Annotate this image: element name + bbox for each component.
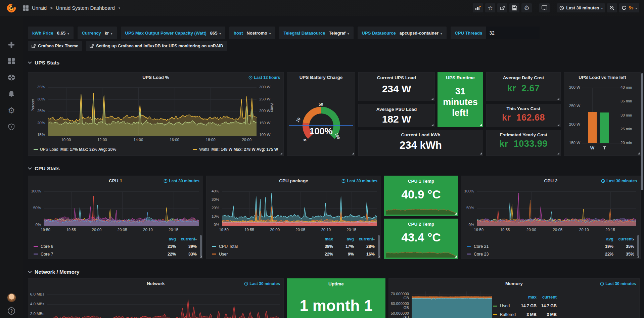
variable-ups-max-output[interactable]: UPS Max Output Power Capacity (Watt) 865 xyxy=(121,27,225,39)
link-grafana-influxdb-ups-guide[interactable]: Setting up Grafana and InfluxDB for UPS … xyxy=(86,41,227,51)
bar-T xyxy=(600,112,609,143)
section-ups-stats[interactable]: UPS Stats xyxy=(28,60,640,66)
section-cpu-stats[interactable]: CPU Stats xyxy=(28,166,640,172)
legend-series-name[interactable]: Watts xyxy=(199,147,209,152)
section-network-memory[interactable]: Network / Memory xyxy=(28,269,640,275)
panel-resize-handle[interactable] xyxy=(638,152,640,154)
chevron-down-icon xyxy=(348,31,349,36)
stat-title[interactable]: UPS Runtime xyxy=(438,73,483,80)
panel-resize-handle[interactable] xyxy=(280,152,282,154)
legend-row: User 22%9%16% xyxy=(212,250,375,258)
dashboard-picker-caret-icon[interactable] xyxy=(119,6,120,10)
share-dashboard-button[interactable] xyxy=(497,3,507,12)
stat-title[interactable]: Uptime xyxy=(287,279,385,286)
refresh-interval-label[interactable]: 5s xyxy=(629,5,633,10)
panel-title[interactable]: UPS Battery Charge xyxy=(287,73,355,80)
sidebar-dashboards-icon[interactable] xyxy=(8,57,15,65)
stat-title[interactable]: This Years Cost xyxy=(487,104,560,111)
link-grafana-plex-theme[interactable]: Grafana Plex Theme xyxy=(28,41,82,51)
legend-scrollbar[interactable] xyxy=(200,235,202,257)
legend-sort-column[interactable]: current xyxy=(354,237,375,241)
configuration-gear-icon[interactable]: ⚙ xyxy=(8,107,15,114)
refresh-button[interactable]: 5s xyxy=(619,3,639,12)
x-axis-tick: 14:00 xyxy=(130,138,147,142)
panel-resize-handle[interactable] xyxy=(431,98,433,100)
create-plus-icon[interactable] xyxy=(8,41,15,48)
stat-title[interactable]: CPU 1 Temp xyxy=(384,176,458,184)
breadcrumb-app[interactable]: Unraid xyxy=(32,5,47,11)
variable-kwh-price[interactable]: kWh Price 0.65 xyxy=(28,27,74,39)
x-axis-tick: 16:00 xyxy=(166,138,183,142)
stat-title[interactable]: Average PSU Load xyxy=(359,104,434,112)
stat-title[interactable]: CPU 2 Temp xyxy=(384,219,458,227)
page-scrollbar-thumb[interactable] xyxy=(641,73,643,190)
clock-icon xyxy=(164,179,168,183)
time-range-picker-button[interactable]: Last 30 minutes xyxy=(557,3,605,12)
panel-estimated-yearly-cost: Estimated Yearly Cost kr 1033.99 xyxy=(486,130,561,156)
explore-compass-icon[interactable] xyxy=(7,74,15,81)
chevron-down-icon xyxy=(28,61,32,64)
stat-title[interactable]: Current Load kWh xyxy=(359,130,483,137)
panel-resize-handle[interactable] xyxy=(480,124,482,126)
user-avatar[interactable] xyxy=(7,293,16,302)
monitor-icon xyxy=(542,5,547,10)
panel-resize-handle[interactable] xyxy=(637,256,639,258)
save-dashboard-button[interactable] xyxy=(509,3,519,12)
x-axis-tick: 20:10 xyxy=(317,228,335,232)
panel-resize-handle[interactable] xyxy=(431,124,433,126)
legend-series-name[interactable]: UPS Load xyxy=(40,147,58,152)
refresh-interval-caret-icon[interactable] xyxy=(635,5,637,10)
panel-time-range-link[interactable]: Last 12 hours xyxy=(248,75,280,80)
ups-costs-column: Average Daily Cost kr 2.67 This Years Co… xyxy=(486,72,561,156)
panel-resize-handle[interactable] xyxy=(455,256,457,258)
panel-resize-handle[interactable] xyxy=(455,213,457,215)
panel-time-range-link[interactable]: Last 30 minutes xyxy=(341,179,377,183)
panel-resize-handle[interactable] xyxy=(378,256,380,258)
server-admin-shield-icon[interactable] xyxy=(8,123,15,131)
legend-sort-column[interactable]: current xyxy=(613,237,634,241)
x-axis-tick: 19:50 xyxy=(215,228,233,232)
stat-title[interactable]: Current UPS Load xyxy=(359,73,434,80)
legend-sort-column[interactable]: current xyxy=(176,237,197,241)
x-axis-tick: 20:00 xyxy=(522,228,540,232)
cycle-view-mode-button[interactable] xyxy=(539,3,550,12)
legend-scrollbar[interactable] xyxy=(378,235,380,257)
panel-time-range-link[interactable]: Last 30 minutes xyxy=(600,281,636,286)
zoom-out-time-button[interactable] xyxy=(607,3,617,12)
grafana-logo[interactable] xyxy=(6,3,16,13)
dashboards-grid-icon[interactable] xyxy=(23,5,29,11)
dashboard-settings-button[interactable]: ⚙ xyxy=(521,3,532,12)
variable-ups-datasource[interactable]: UPS Datasource apcupsd-container xyxy=(358,27,447,39)
panel-title[interactable]: UPS Load % xyxy=(28,73,283,80)
breadcrumb-dashboard-title[interactable]: Unraid System Dashboard xyxy=(56,5,115,11)
floppy-save-icon xyxy=(512,5,517,10)
panel-resize-handle[interactable] xyxy=(480,152,482,154)
add-panel-button[interactable] xyxy=(473,3,483,12)
stat-value: 234 kWh xyxy=(359,139,483,151)
legend-scrollbar[interactable] xyxy=(637,235,639,257)
panel-time-range-link[interactable]: Last 30 minutes xyxy=(244,281,280,286)
panel-time-range-link[interactable]: Last 30 minutes xyxy=(164,179,199,183)
y-axis-tick-right: 25 min xyxy=(620,127,640,131)
cpu-threads-input[interactable] xyxy=(486,27,540,39)
panel-resize-handle[interactable] xyxy=(557,152,559,154)
alerting-bell-icon[interactable] xyxy=(8,90,15,98)
y-axis-tick: 40% xyxy=(206,189,219,193)
panel-resize-handle[interactable] xyxy=(352,152,354,154)
stat-title[interactable]: Average Daily Cost xyxy=(487,73,560,80)
stat-title[interactable]: Estimated Yearly Cost xyxy=(487,130,560,137)
y-axis-tick-right: 100 W xyxy=(259,133,282,137)
y-axis-tick: 70.000000 GB xyxy=(389,292,409,300)
x-axis-tick: 19:55 xyxy=(241,228,258,232)
variable-currency[interactable]: Currency kr xyxy=(78,27,117,39)
star-dashboard-button[interactable]: ☆ xyxy=(485,3,495,12)
variable-host[interactable]: host Nostromo xyxy=(229,27,275,39)
panel-resize-handle[interactable] xyxy=(557,124,559,126)
panel-time-range-link[interactable]: Last 30 minutes xyxy=(601,179,637,183)
panel-resize-handle[interactable] xyxy=(200,256,202,258)
panel-title[interactable]: UPS Load vs Time left xyxy=(564,73,641,80)
legend-row: Core 6 21%39% xyxy=(34,242,197,250)
panel-resize-handle[interactable] xyxy=(557,98,559,100)
variable-telegraf-datasource[interactable]: Telegraf Datasource Telegraf xyxy=(279,27,353,39)
help-icon[interactable]: ? xyxy=(8,307,15,315)
